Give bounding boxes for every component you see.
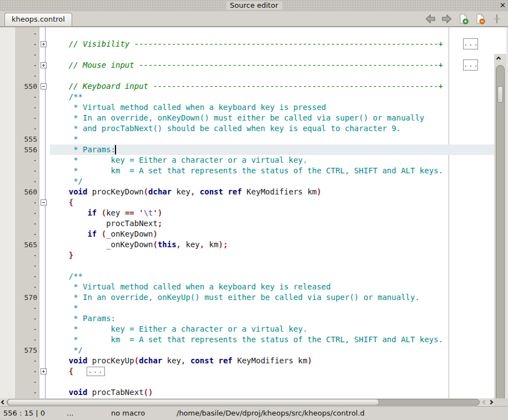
code-text[interactable]: // Keyboard input ----------------------…	[50, 81, 494, 92]
code-line[interactable]: 575 */	[0, 345, 494, 356]
code-line[interactable]: ·	[0, 71, 494, 81]
code-text[interactable]: * Params:	[50, 144, 494, 155]
code-line[interactable]: · * km = A set that represents the statu…	[0, 166, 494, 176]
vertical-scrollbar[interactable]	[494, 54, 506, 398]
code-text[interactable]: */	[50, 176, 494, 187]
code-text[interactable]: _onKeyDown(this, key, km);	[50, 239, 494, 250]
fold-plus-icon[interactable]	[39, 60, 50, 71]
code-text[interactable]: */	[50, 345, 494, 356]
scroll-left-icon[interactable]	[482, 400, 487, 404]
close-icon[interactable]: ✕	[500, 1, 506, 11]
code-line[interactable]: · }	[0, 250, 494, 261]
code-line[interactable]: · {	[0, 197, 494, 208]
split-view-button[interactable]	[491, 13, 502, 24]
code-line[interactable]: · {...	[0, 366, 494, 377]
collapsed-fold-box[interactable]: ...	[87, 367, 105, 376]
code-line[interactable]: · * key = Either a character or a virtua…	[0, 155, 494, 166]
code-line[interactable]: · procTabNext;	[0, 218, 494, 229]
code-text[interactable]: *	[50, 134, 494, 144]
line-number: ·	[0, 377, 39, 387]
fold-cell	[39, 239, 50, 250]
code-line[interactable]: · */	[0, 176, 494, 187]
code-text[interactable]: /**	[50, 271, 494, 282]
code-line[interactable]: · if (_onKeyDown)	[0, 229, 494, 239]
code-text[interactable]: * and procTabNext() should be called whe…	[50, 123, 494, 134]
window-title: Source editor	[226, 1, 282, 9]
code-text[interactable]: * In an override, onKeyDown() must eithe…	[50, 113, 494, 123]
code-text[interactable]: * key = Either a character or a virtual …	[50, 155, 494, 166]
code-text[interactable]	[50, 261, 494, 271]
code-line[interactable]: · void procKeyUp(dchar key, const ref Ke…	[0, 356, 494, 366]
code-line[interactable]: · /**	[0, 271, 494, 282]
code-line[interactable]: 556 * Params:	[0, 144, 494, 155]
code-line[interactable]: · *	[0, 303, 494, 313]
fold-minus-icon[interactable]	[39, 197, 50, 208]
code-line[interactable]: ·	[0, 49, 494, 60]
code-text[interactable]: * Params:	[50, 313, 494, 324]
vertical-scrollbar-thumb[interactable]	[497, 86, 503, 103]
status-ellipsis: ...	[67, 409, 73, 417]
code-text[interactable]: {	[50, 197, 494, 208]
code-text[interactable]: }	[50, 250, 494, 261]
code-line[interactable]: · * Virtual method called when a keyboar…	[0, 102, 494, 113]
code-text[interactable]: if (key == '\t')	[50, 208, 494, 218]
fold-plus-icon[interactable]	[39, 366, 50, 377]
code-line[interactable]: · * km = A set that represents the statu…	[0, 334, 494, 345]
code-text[interactable]: void procKeyDown(dchar key, const ref Ke…	[50, 187, 494, 197]
collapsed-fold-box[interactable]: ...	[463, 38, 478, 49]
code-text[interactable]	[50, 71, 494, 81]
code-line[interactable]: · // Mouse input -----------------------…	[0, 60, 494, 71]
scroll-up-icon[interactable]	[496, 57, 501, 61]
scroll-left-icon[interactable]	[1, 400, 6, 404]
code-text[interactable]: * Virtual method called when a keyboard …	[50, 282, 494, 292]
back-button[interactable]	[425, 13, 436, 24]
code-text[interactable]: * In an override, onKeyUp() must either …	[50, 292, 494, 303]
new-document-button[interactable]	[458, 13, 469, 24]
code-text[interactable]	[50, 377, 494, 387]
code-line[interactable]: 565 _onKeyDown(this, key, km);	[0, 239, 494, 250]
code-line[interactable]: · /**	[0, 92, 494, 102]
code-text[interactable]	[50, 49, 494, 60]
code-line[interactable]: · * Params:	[0, 313, 494, 324]
code-line[interactable]: · * key = Either a character or a virtua…	[0, 324, 494, 334]
horizontal-scrollbar[interactable]	[0, 398, 494, 406]
code-text[interactable]: procTabNext;	[50, 218, 494, 229]
code-line[interactable]: · if (key == '\t')	[0, 208, 494, 218]
scroll-right-icon[interactable]	[489, 400, 493, 404]
code-text[interactable]: *	[50, 303, 494, 313]
code-line[interactable]: 555 *	[0, 134, 494, 144]
code-line[interactable]: ·	[0, 377, 494, 387]
code-text[interactable]: * km = A set that represents the status …	[50, 166, 494, 176]
code-line[interactable]: ·	[0, 261, 494, 271]
vertical-scrollbar-track[interactable]	[496, 65, 505, 398]
horizontal-scrollbar-thumb[interactable]	[7, 399, 379, 406]
close-document-button[interactable]	[475, 13, 486, 24]
tab-kheops-control[interactable]: kheops.control	[4, 13, 72, 26]
fold-minus-icon[interactable]	[39, 81, 50, 92]
code-text[interactable]: void procKeyUp(dchar key, const ref KeyM…	[50, 356, 494, 366]
code-text[interactable]: /**	[50, 92, 494, 102]
code-line[interactable]: 550 // Keyboard input ------------------…	[0, 81, 494, 92]
collapsed-fold-box[interactable]: ...	[463, 59, 478, 71]
code-text[interactable]: void procTabNext()	[50, 387, 494, 398]
code-line[interactable]: · * Virtual method called when a keyboar…	[0, 282, 494, 292]
code-text[interactable]: * Virtual method called when a keyboard …	[50, 102, 494, 113]
forward-button[interactable]	[441, 13, 452, 24]
code-text[interactable]: if (_onKeyDown)	[50, 229, 494, 239]
code-text[interactable]: * key = Either a character or a virtual …	[50, 324, 494, 334]
code-text[interactable]: * km = A set that represents the status …	[50, 334, 494, 345]
code-line[interactable]: · * and procTabNext() should be called w…	[0, 123, 494, 134]
fold-plus-icon[interactable]	[39, 39, 50, 49]
code-text[interactable]: // Mouse input -------------------------…	[50, 60, 494, 71]
code-line[interactable]: 560 void procKeyDown(dchar key, const re…	[0, 187, 494, 197]
code-text[interactable]: // Visibility --------------------------…	[50, 39, 494, 49]
code-text[interactable]: {...	[50, 366, 494, 377]
code-text[interactable]	[50, 28, 494, 39]
code-line[interactable]: · // Visibility ------------------------…	[0, 39, 494, 49]
line-number: ·	[0, 92, 39, 102]
code-line[interactable]: ·	[0, 28, 494, 39]
code-line[interactable]: · void procTabNext()	[0, 387, 494, 398]
code-line[interactable]: 570 * In an override, onKeyUp() must eit…	[0, 292, 494, 303]
code-line[interactable]: · * In an override, onKeyDown() must eit…	[0, 113, 494, 123]
line-number: 565	[0, 239, 39, 250]
